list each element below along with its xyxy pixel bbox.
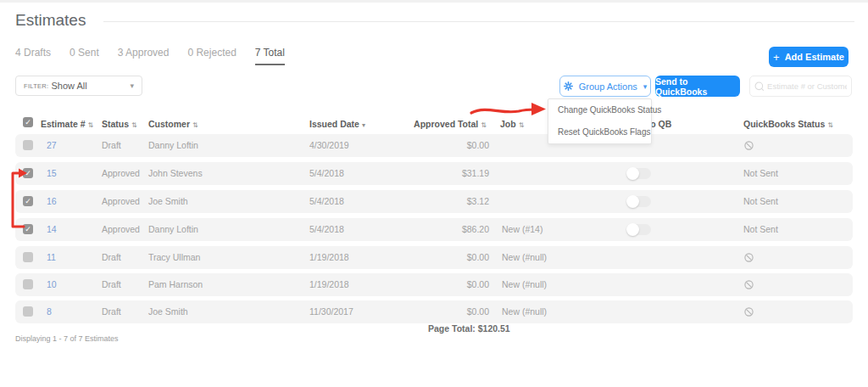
issued-date-cell: 1/19/2018 xyxy=(309,246,349,269)
approved-total-cell: $86.20 xyxy=(462,218,489,241)
table-row: ✓ 15 Approved John Stevens 5/4/2018 $31.… xyxy=(15,162,853,185)
menu-item-reset-qb-flags[interactable]: Reset QuickBooks Flags xyxy=(548,121,651,143)
search-icon xyxy=(754,81,765,93)
row-checkbox[interactable] xyxy=(23,140,33,150)
asterisk-flower-icon xyxy=(564,81,573,91)
title-rule xyxy=(103,21,854,22)
issued-date-cell: 11/30/2017 xyxy=(309,300,353,323)
column-header-approved-total[interactable]: Approved Total⇅ xyxy=(414,119,487,129)
estimates-page: Estimates 4 Drafts 0 Sent 3 Approved 0 R… xyxy=(0,0,868,387)
column-header-customer[interactable]: Customer⇅ xyxy=(148,119,198,129)
page-total: Page Total: $120.51 xyxy=(428,323,510,334)
issued-date-cell: 5/4/2018 xyxy=(309,162,344,185)
filter-value: Show All xyxy=(51,81,86,91)
quickbooks-status-cell: Not Sent xyxy=(743,218,778,241)
add-estimate-label: Add Estimate xyxy=(785,52,844,62)
issued-date-cell: 5/4/2018 xyxy=(309,190,344,213)
check-icon: ✓ xyxy=(25,170,31,177)
displaying-count: Displaying 1 - 7 of 7 Estimates xyxy=(15,334,119,343)
estimate-link[interactable]: 11 xyxy=(47,246,56,269)
tab-total[interactable]: 7 Total xyxy=(255,47,285,65)
blocked-icon xyxy=(744,141,754,150)
blocked-icon xyxy=(744,307,754,317)
search-input[interactable] xyxy=(767,81,847,91)
estimate-link[interactable]: 15 xyxy=(47,162,57,185)
filter-dropdown[interactable]: FILTER: Show All ▾ xyxy=(15,76,142,96)
status-cell: Draft xyxy=(102,246,121,269)
sort-icon: ⇅ xyxy=(88,121,94,129)
sent-to-qb-toggle[interactable] xyxy=(627,196,651,207)
select-all-checkbox[interactable]: ✓ xyxy=(23,117,33,127)
column-header-issued-date[interactable]: Issued Date▾ xyxy=(309,119,365,129)
quickbooks-status-cell: Not Sent xyxy=(743,162,778,185)
group-actions-button[interactable]: Group Actions ▾ xyxy=(559,76,651,97)
estimate-link[interactable]: 10 xyxy=(47,273,57,296)
table-row: 11 Draft Tracy Ullman 1/19/2018 $0.00 Ne… xyxy=(15,246,853,269)
table-row: 8 Draft Joe Smith 11/30/2017 $0.00 New (… xyxy=(15,300,853,323)
estimate-link[interactable]: 8 xyxy=(47,300,52,323)
table-row: 10 Draft Pam Harnson 1/19/2018 $0.00 New… xyxy=(15,273,853,296)
send-to-quickbooks-button[interactable]: Send to QuickBooks xyxy=(655,76,740,97)
row-checkbox[interactable] xyxy=(23,306,33,317)
blocked-icon xyxy=(744,280,754,289)
sort-icon: ⇅ xyxy=(131,121,137,129)
check-icon: ✓ xyxy=(25,198,31,205)
quickbooks-status-cell: Not Sent xyxy=(743,190,778,213)
estimate-link[interactable]: 14 xyxy=(47,218,57,241)
plus-icon: + xyxy=(773,51,780,64)
sort-icon: ⇅ xyxy=(827,121,833,129)
job-cell: New (#null) xyxy=(502,300,547,323)
sort-desc-icon: ▾ xyxy=(362,121,365,129)
customer-cell: Joe Smith xyxy=(148,190,188,213)
column-header-status[interactable]: Status⇅ xyxy=(102,119,137,129)
row-checkbox[interactable] xyxy=(23,279,33,289)
search-box[interactable] xyxy=(749,76,852,97)
row-checkbox[interactable]: ✓ xyxy=(23,224,33,234)
estimate-link[interactable]: 27 xyxy=(47,134,57,157)
customer-cell: Danny Loftin xyxy=(148,218,198,241)
column-header-job[interactable]: Job⇅ xyxy=(500,119,524,129)
row-checkbox[interactable]: ✓ xyxy=(23,168,33,178)
table-row: 27 Draft Danny Loftin 4/30/2019 $0.00 xyxy=(15,134,853,157)
menu-item-change-qb-status[interactable]: Change QuickBooks Status xyxy=(548,99,651,121)
sort-icon: ⇅ xyxy=(192,121,198,129)
toggle-knob xyxy=(626,167,639,180)
customer-cell: Tracy Ullman xyxy=(148,246,200,269)
customer-cell: Joe Smith xyxy=(148,300,188,323)
column-header-quickbooks-status[interactable]: QuickBooks Status⇅ xyxy=(743,119,833,129)
annotation-arrow-to-menu xyxy=(471,103,546,115)
tab-approved[interactable]: 3 Approved xyxy=(118,47,170,65)
job-cell: New (#null) xyxy=(502,273,547,296)
row-checkbox[interactable]: ✓ xyxy=(23,196,33,206)
sort-icon: ⇅ xyxy=(481,121,487,129)
column-header-estimate[interactable]: Estimate #⇅ xyxy=(41,119,93,129)
check-icon: ✓ xyxy=(25,119,31,126)
toggle-knob xyxy=(626,223,639,236)
status-cell: Draft xyxy=(102,300,121,323)
approved-total-cell: $0.00 xyxy=(467,300,489,323)
status-cell: Approved xyxy=(102,218,140,241)
tab-sent[interactable]: 0 Sent xyxy=(70,47,99,65)
customer-cell: John Stevens xyxy=(148,162,203,185)
approved-total-cell: $3.12 xyxy=(467,190,489,213)
blocked-icon xyxy=(744,253,754,262)
sent-to-qb-toggle[interactable] xyxy=(627,224,651,235)
job-cell: New (#null) xyxy=(502,246,547,269)
page-total-label: Page Total: xyxy=(428,323,476,334)
sent-to-qb-toggle[interactable] xyxy=(627,168,651,179)
estimate-link[interactable]: 16 xyxy=(47,190,57,213)
tab-drafts[interactable]: 4 Drafts xyxy=(15,47,51,65)
tab-rejected[interactable]: 0 Rejected xyxy=(187,47,236,65)
issued-date-cell: 5/4/2018 xyxy=(309,218,344,241)
approved-total-cell: $0.00 xyxy=(467,134,489,157)
add-estimate-button[interactable]: + Add Estimate xyxy=(769,47,849,67)
page-total-value: $120.51 xyxy=(478,323,510,334)
job-cell: New (#14) xyxy=(502,218,542,241)
chevron-down-icon: ▾ xyxy=(130,81,134,90)
status-tabs: 4 Drafts 0 Sent 3 Approved 0 Rejected 7 … xyxy=(15,47,285,65)
toggle-knob xyxy=(626,195,639,208)
group-actions-label: Group Actions xyxy=(579,81,637,92)
approved-total-cell: $0.00 xyxy=(467,246,489,269)
chevron-down-icon: ▾ xyxy=(643,82,648,91)
row-checkbox[interactable] xyxy=(23,252,33,262)
